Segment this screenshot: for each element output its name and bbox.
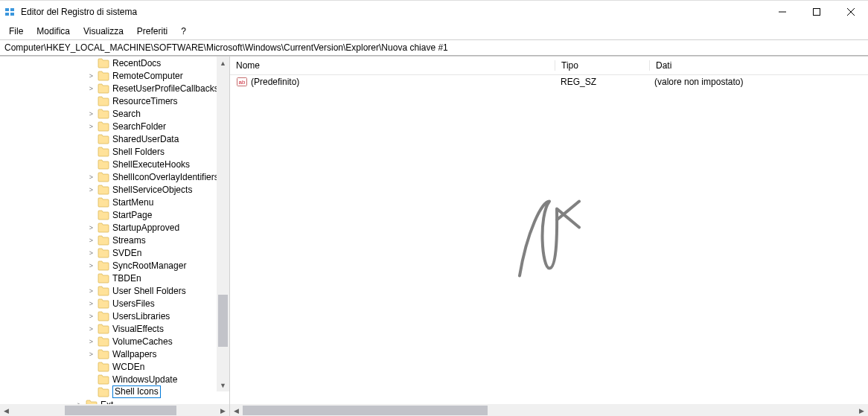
scroll-track[interactable]: [13, 404, 217, 416]
tree-item[interactable]: >StartupApproved: [0, 221, 229, 234]
expand-icon[interactable]: >: [86, 260, 96, 270]
expand-icon[interactable]: >: [86, 311, 96, 321]
list-body[interactable]: ab (Predefinito) REG_SZ (valore non impo…: [230, 75, 868, 404]
tree-horizontal-scrollbar[interactable]: ◀ ▶: [0, 404, 229, 416]
tree-pane: RecentDocs>RemoteComputer>ResetUserProfi…: [0, 57, 230, 416]
expand-icon[interactable]: >: [86, 185, 96, 194]
folder-icon: [98, 134, 109, 144]
scroll-right-arrow[interactable]: ▶: [217, 404, 229, 416]
column-header-type[interactable]: Tipo: [555, 60, 650, 71]
tree-item[interactable]: >Ext: [0, 398, 229, 404]
tree-item[interactable]: >RemoteComputer: [0, 69, 229, 82]
tree-item[interactable]: >UsersLibraries: [0, 310, 229, 322]
scroll-down-arrow[interactable]: ▼: [217, 379, 229, 391]
svg-rect-3: [10, 13, 14, 16]
folder-icon: [98, 185, 109, 195]
scroll-thumb[interactable]: [218, 295, 228, 347]
tree-item-label: Streams: [112, 235, 146, 246]
tree[interactable]: RecentDocs>RemoteComputer>ResetUserProfi…: [0, 57, 229, 404]
tree-item[interactable]: WCDEn: [0, 360, 229, 373]
tree-item-label: StartMenu: [112, 197, 153, 208]
tree-item-label: ShellServiceObjects: [112, 185, 192, 195]
expand-icon[interactable]: >: [86, 324, 96, 333]
tree-item[interactable]: StartMenu: [0, 196, 229, 208]
folder-icon: [98, 96, 109, 106]
menubar: File Modifica Visualizza Preferiti ?: [0, 23, 868, 40]
tree-item[interactable]: >UsersFiles: [0, 297, 229, 310]
tree-vertical-scrollbar[interactable]: ▲ ▼: [217, 57, 229, 391]
expand-icon[interactable]: >: [86, 109, 96, 118]
list-horizontal-scrollbar[interactable]: ◀ ▶: [230, 404, 868, 416]
tree-item[interactable]: Shell Folders: [0, 145, 229, 158]
scroll-right-arrow[interactable]: ▶: [855, 404, 868, 416]
maximize-button[interactable]: [800, 1, 834, 23]
tree-item-label: WCDEn: [112, 362, 144, 372]
expand-icon[interactable]: >: [86, 71, 96, 80]
scroll-thumb[interactable]: [65, 406, 176, 415]
list-row[interactable]: ab (Predefinito) REG_SZ (valore non impo…: [230, 75, 868, 89]
column-header-data[interactable]: Dati: [650, 60, 868, 71]
tree-item[interactable]: SharedUserData: [0, 132, 229, 145]
tree-item-label: VolumeCaches: [112, 336, 173, 347]
expand-icon[interactable]: >: [86, 336, 96, 346]
folder-icon: [98, 336, 109, 347]
close-button[interactable]: [834, 1, 868, 23]
scroll-left-arrow[interactable]: ◀: [230, 404, 243, 416]
address-bar[interactable]: Computer\HKEY_LOCAL_MACHINE\SOFTWARE\Mic…: [0, 40, 868, 56]
svg-text:ab: ab: [239, 79, 246, 86]
cell-type: REG_SZ: [555, 77, 648, 87]
expand-icon[interactable]: >: [86, 248, 96, 257]
expand-icon[interactable]: >: [86, 298, 96, 308]
window-title: Editor del Registro di sistema: [21, 7, 765, 17]
menu-view[interactable]: Visualizza: [77, 25, 130, 38]
menu-edit[interactable]: Modifica: [31, 25, 76, 38]
svg-rect-0: [5, 8, 9, 11]
scroll-track[interactable]: [243, 404, 855, 416]
svg-rect-2: [10, 8, 14, 11]
tree-item[interactable]: RecentDocs: [0, 57, 229, 69]
expand-icon[interactable]: >: [86, 286, 96, 295]
expand-icon[interactable]: >: [86, 121, 96, 131]
folder-icon: [98, 71, 109, 81]
tree-item[interactable]: >SearchFolder: [0, 120, 229, 132]
menu-help[interactable]: ?: [175, 25, 192, 38]
tree-item[interactable]: >VisualEffects: [0, 322, 229, 335]
tree-item[interactable]: >VolumeCaches: [0, 335, 229, 348]
tree-item[interactable]: TBDEn: [0, 272, 229, 284]
folder-icon: [98, 324, 109, 334]
tree-item[interactable]: >User Shell Folders: [0, 284, 229, 297]
expand-icon[interactable]: >: [86, 172, 96, 182]
tree-item-rename-input[interactable]: Shell Icons: [112, 385, 161, 398]
minimize-button[interactable]: [765, 1, 800, 23]
expand-icon[interactable]: >: [86, 349, 96, 359]
list-header: Nome Tipo Dati: [230, 57, 868, 75]
tree-item[interactable]: >Search: [0, 107, 229, 120]
menu-favorites[interactable]: Preferiti: [131, 25, 173, 38]
svg-rect-1: [5, 13, 9, 16]
menu-file[interactable]: File: [3, 25, 29, 38]
tree-item[interactable]: >ShellIconOverlayIdentifiers: [0, 170, 229, 183]
folder-icon: [98, 109, 109, 119]
tree-item[interactable]: ShellExecuteHooks: [0, 158, 229, 170]
expand-icon[interactable]: >: [86, 223, 96, 232]
expand-icon[interactable]: >: [86, 235, 96, 245]
expand-icon[interactable]: >: [86, 83, 96, 93]
tree-item[interactable]: >Wallpapers: [0, 348, 229, 360]
scroll-left-arrow[interactable]: ◀: [0, 404, 13, 416]
tree-item[interactable]: StartPage: [0, 208, 229, 221]
tree-item[interactable]: >SyncRootManager: [0, 259, 229, 272]
tree-item[interactable]: >Streams: [0, 234, 229, 246]
tree-item[interactable]: WindowsUpdate: [0, 373, 229, 385]
tree-item[interactable]: ResourceTimers: [0, 95, 229, 107]
tree-item-label: ResetUserProfileCallbacks: [112, 83, 219, 94]
tree-item-label: Search: [112, 109, 141, 119]
column-header-name[interactable]: Nome: [230, 60, 555, 71]
tree-item[interactable]: >ShellServiceObjects: [0, 183, 229, 196]
scroll-thumb[interactable]: [243, 406, 488, 415]
tree-scroll: RecentDocs>RemoteComputer>ResetUserProfi…: [0, 57, 229, 404]
tree-item[interactable]: >SVDEn: [0, 246, 229, 259]
tree-item[interactable]: >ResetUserProfileCallbacks: [0, 82, 229, 95]
tree-item-editing[interactable]: Shell Icons: [0, 385, 229, 398]
folder-icon: [98, 159, 109, 170]
scroll-up-arrow[interactable]: ▲: [217, 57, 229, 69]
